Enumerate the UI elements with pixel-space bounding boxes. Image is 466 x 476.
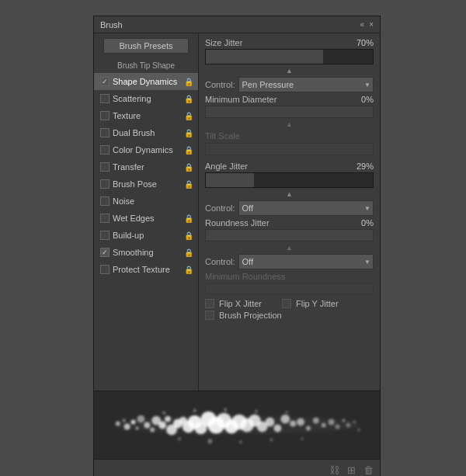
angle-jitter-label: Angle Jitter [205, 162, 346, 171]
size-control-select-wrapper: Off Pen Pressure Pen Tilt Stylus Wheel ▼ [238, 77, 374, 92]
svg-point-45 [239, 440, 242, 443]
sidebar: Brush Presets Brush Tip Shape Shape Dyna… [94, 33, 199, 391]
angle-control-row: Control: Off Pen Pressure Pen Tilt ▼ [205, 200, 374, 216]
roundness-jitter-slider[interactable] [205, 229, 374, 241]
protect-texture-checkbox[interactable] [100, 265, 110, 274]
flip-x-row: Flip X Jitter Flip Y Jitter [205, 299, 374, 308]
brush-presets-button[interactable]: Brush Presets [103, 38, 189, 54]
roundness-jitter-value: 0% [346, 218, 374, 228]
svg-point-6 [137, 415, 144, 423]
size-jitter-indicator: ▲ [205, 67, 374, 75]
build-up-label: Build-up [113, 231, 183, 240]
svg-point-35 [336, 425, 340, 429]
svg-point-33 [322, 423, 326, 428]
collapse-button[interactable]: « [360, 20, 365, 29]
brush-projection-label: Brush Projection [219, 311, 282, 320]
lock-icon-3: 🔒 [184, 112, 193, 120]
shape-dynamics-checkbox[interactable] [100, 77, 110, 86]
svg-point-36 [342, 419, 345, 422]
svg-point-37 [346, 423, 350, 428]
svg-point-48 [285, 411, 288, 414]
brush-pose-checkbox[interactable] [100, 179, 110, 189]
sidebar-item-wet-edges[interactable]: Wet Edges 🔒 [94, 210, 198, 227]
flip-x-checkbox[interactable] [205, 299, 214, 308]
svg-point-41 [178, 437, 181, 440]
svg-point-10 [158, 422, 166, 429]
min-diameter-slider[interactable] [205, 106, 374, 118]
size-jitter-slider[interactable] [205, 49, 374, 64]
noise-checkbox[interactable] [100, 196, 110, 206]
angle-control-label: Control: [205, 203, 235, 213]
svg-point-31 [306, 426, 311, 430]
svg-point-42 [193, 409, 196, 412]
sidebar-item-texture[interactable]: Texture 🔒 [94, 107, 198, 124]
tilt-scale-label: Tilt Scale [205, 131, 374, 141]
size-control-select[interactable]: Off Pen Pressure Pen Tilt Stylus Wheel [238, 77, 374, 92]
transfer-label: Transfer [113, 162, 183, 172]
color-dynamics-label: Color Dynamics [113, 145, 183, 155]
texture-checkbox[interactable] [100, 111, 110, 120]
lock-icon-5: 🔒 [184, 146, 193, 155]
svg-point-29 [290, 421, 296, 427]
brush-projection-checkbox[interactable] [205, 311, 214, 320]
angle-jitter-indicator: ▲ [205, 190, 374, 198]
roundness-control-row: Control: Off Pen Pressure ▼ [205, 254, 374, 269]
sidebar-item-protect-texture[interactable]: Protect Texture 🔒 [94, 261, 198, 278]
lock-icon-11: 🔒 [184, 266, 193, 274]
flip-y-label: Flip Y Jitter [296, 299, 339, 308]
sidebar-item-scattering[interactable]: Scattering 🔒 [94, 90, 198, 107]
smoothing-checkbox[interactable] [100, 248, 110, 257]
svg-point-4 [131, 420, 136, 425]
roundness-indicator: ▲ [205, 244, 374, 252]
lock-icon-8: 🔒 [184, 214, 193, 223]
dual-brush-label: Dual Brush [113, 128, 183, 137]
svg-point-28 [280, 415, 290, 424]
trash-icon[interactable]: 🗑 [363, 464, 374, 476]
sidebar-item-smoothing[interactable]: Smoothing 🔒 [94, 244, 198, 261]
brush-tip-shape-label: Brush Tip Shape [94, 60, 198, 73]
sidebar-item-shape-dynamics[interactable]: Shape Dynamics 🔒 [94, 73, 198, 90]
lock-icon-2: 🔒 [184, 95, 193, 103]
flip-y-checkbox[interactable] [282, 299, 291, 308]
svg-point-8 [150, 427, 155, 432]
svg-point-38 [353, 421, 356, 424]
lock-icon: 🔒 [184, 78, 193, 86]
min-diameter-row: Minimum Diameter 0% [205, 95, 374, 104]
size-control-row: Control: Off Pen Pressure Pen Tilt Stylu… [205, 77, 374, 92]
svg-point-11 [165, 416, 171, 422]
min-roundness-label: Minimum Roundness [205, 272, 374, 281]
roundness-jitter-label: Roundness Jitter [205, 218, 346, 228]
svg-point-30 [297, 419, 304, 426]
build-up-checkbox[interactable] [100, 231, 110, 240]
angle-control-wrapper: Off Pen Pressure Pen Tilt ▼ [238, 200, 374, 216]
roundness-jitter-row: Roundness Jitter 0% [205, 218, 374, 228]
lock-icon-6: 🔒 [184, 163, 193, 172]
angle-jitter-slider[interactable] [205, 172, 374, 188]
svg-point-1 [116, 422, 120, 426]
sidebar-item-build-up[interactable]: Build-up 🔒 [94, 227, 198, 244]
angle-control-select[interactable]: Off Pen Pressure Pen Tilt [238, 200, 374, 216]
brush-projection-row: Brush Projection [205, 311, 374, 320]
sidebar-item-color-dynamics[interactable]: Color Dynamics 🔒 [94, 141, 198, 158]
wet-edges-label: Wet Edges [113, 214, 183, 223]
grid-icon[interactable]: ⊞ [347, 464, 356, 476]
svg-point-26 [266, 418, 275, 427]
svg-point-7 [144, 422, 150, 429]
roundness-control-select[interactable]: Off Pen Pressure [238, 254, 374, 269]
svg-point-34 [329, 419, 335, 426]
sidebar-item-transfer[interactable]: Transfer 🔒 [94, 158, 198, 175]
link-icon[interactable]: ⛓ [329, 464, 339, 476]
transfer-checkbox[interactable] [100, 162, 110, 172]
sidebar-item-dual-brush[interactable]: Dual Brush 🔒 [94, 124, 198, 141]
close-button[interactable]: × [369, 20, 374, 29]
min-diameter-indicator: ▲ [205, 120, 374, 128]
color-dynamics-checkbox[interactable] [100, 145, 110, 155]
dual-brush-checkbox[interactable] [100, 128, 110, 137]
tilt-scale-slider [205, 143, 374, 155]
svg-point-47 [270, 438, 273, 441]
size-jitter-label: Size Jitter [205, 38, 346, 47]
sidebar-item-brush-pose[interactable]: Brush Pose 🔒 [94, 175, 198, 193]
wet-edges-checkbox[interactable] [100, 214, 110, 223]
sidebar-item-noise[interactable]: Noise [94, 193, 198, 210]
scattering-checkbox[interactable] [100, 94, 110, 103]
